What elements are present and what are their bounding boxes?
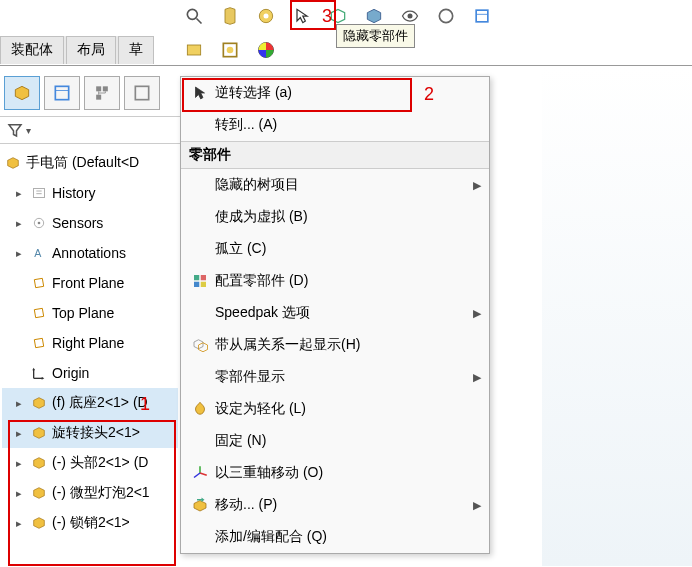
tab-layout[interactable]: 布局 [66, 36, 116, 64]
menu-hidden-tree-items[interactable]: 隐藏的树项目 ▶ [181, 169, 489, 201]
command-tabs: 装配体 布局 草 [0, 36, 154, 64]
section-view-button[interactable] [180, 36, 208, 64]
menu-set-lightweight[interactable]: 设定为轻化 (L) [181, 393, 489, 425]
zoom-to-fit-button[interactable] [180, 2, 208, 30]
svg-line-34 [200, 473, 207, 475]
menu-label: Speedpak 选项 [215, 304, 473, 322]
menu-label: 转到... (A) [215, 116, 481, 134]
manager-tabs [0, 72, 180, 116]
tree-label: (f) 底座2<1> (D [52, 394, 148, 412]
tab-assembly[interactable]: 装配体 [0, 36, 64, 64]
svg-point-0 [187, 9, 197, 19]
svg-point-4 [408, 14, 413, 19]
tree-annotations[interactable]: ▸ A Annotations [2, 238, 178, 268]
configuration-manager-tab[interactable] [84, 76, 120, 110]
menu-label: 使成为虚拟 (B) [215, 208, 481, 226]
menu-label: 配置零部件 (D) [215, 272, 481, 290]
menu-go-to[interactable]: 转到... (A) [181, 109, 489, 141]
tree-root-label: 手电筒 (Default<D [26, 154, 139, 172]
menu-fix[interactable]: 固定 (N) [181, 425, 489, 457]
menu-isolate[interactable]: 孤立 (C) [181, 233, 489, 265]
expander-icon: ▸ [16, 217, 26, 230]
view-settings-button[interactable] [216, 36, 244, 64]
tree-root-assembly[interactable]: 手电筒 (Default<D [2, 148, 178, 178]
svg-rect-31 [194, 282, 199, 287]
tree-part-base[interactable]: ▸ (f) 底座2<1> (D [2, 388, 178, 418]
menu-label: 设定为轻化 (L) [215, 400, 481, 418]
graphics-canvas[interactable] [542, 66, 692, 566]
tree-history[interactable]: ▸ History [2, 178, 178, 208]
svg-rect-21 [34, 188, 45, 197]
menu-show-with-dependents[interactable]: 带从属关系一起显示(H) [181, 329, 489, 361]
menu-label: 固定 (N) [215, 432, 481, 450]
part-icon [30, 394, 48, 412]
heads-up-toolbar-row2 [180, 36, 280, 64]
svg-rect-30 [201, 275, 206, 280]
menu-label: 隐藏的树项目 [215, 176, 473, 194]
tooltip-hide-component: 隐藏零部件 [336, 24, 415, 48]
svg-text:A: A [34, 247, 42, 259]
assembly-icon [4, 154, 22, 172]
svg-point-3 [264, 14, 269, 19]
top-toolbar-area: 装配体 布局 草 3 隐藏零部件 [0, 0, 692, 66]
submenu-arrow-icon: ▶ [473, 499, 481, 512]
tree-front-plane[interactable]: Front Plane [2, 268, 178, 298]
color-button[interactable] [252, 36, 280, 64]
property-manager-tab[interactable] [44, 76, 80, 110]
menu-component-display[interactable]: 零部件显示 ▶ [181, 361, 489, 393]
expander-icon: ▸ [16, 397, 26, 410]
tree-label: Top Plane [52, 305, 114, 321]
svg-rect-15 [103, 86, 108, 91]
zoom-area-button[interactable] [216, 2, 244, 30]
annotation-number-2: 2 [424, 84, 434, 105]
annotation-number-3: 3 [322, 6, 332, 27]
history-icon [30, 184, 48, 202]
tree-origin[interactable]: Origin [2, 358, 178, 388]
edit-appearance-button[interactable] [432, 2, 460, 30]
annotation-box-2 [182, 78, 412, 112]
tree-label: Origin [52, 365, 89, 381]
svg-point-10 [227, 47, 234, 54]
context-menu: 逆转选择 (a) 转到... (A) 零部件 隐藏的树项目 ▶ 使成为虚拟 (B… [180, 76, 490, 554]
tree-right-plane[interactable]: Right Plane [2, 328, 178, 358]
submenu-arrow-icon: ▶ [473, 371, 481, 384]
svg-rect-20 [135, 86, 148, 99]
menu-label: 零部件显示 [215, 368, 473, 386]
tree-sensors[interactable]: ▸ Sensors [2, 208, 178, 238]
menu-add-edit-mates[interactable]: 添加/编辑配合 (Q) [181, 521, 489, 553]
tree-label: Front Plane [52, 275, 124, 291]
plane-icon [30, 304, 48, 322]
annotations-icon: A [30, 244, 48, 262]
annotation-number-1: 1 [140, 394, 150, 415]
feature-manager-tab[interactable] [4, 76, 40, 110]
sensors-icon [30, 214, 48, 232]
svg-point-5 [439, 9, 452, 22]
menu-speedpak[interactable]: Speedpak 选项 ▶ [181, 297, 489, 329]
menu-label: 以三重轴移动 (O) [215, 464, 481, 482]
configure-icon [185, 272, 215, 290]
menu-configure-component[interactable]: 配置零部件 (D) [181, 265, 489, 297]
svg-rect-6 [476, 10, 488, 22]
tab-sketch[interactable]: 草 [118, 36, 154, 64]
apply-scene-button[interactable] [468, 2, 496, 30]
menu-move-with-triad[interactable]: 以三重轴移动 (O) [181, 457, 489, 489]
lightweight-icon [185, 400, 215, 418]
appearances-button[interactable] [252, 2, 280, 30]
plane-icon [30, 274, 48, 292]
expander-icon: ▸ [16, 187, 26, 200]
tree-label: Sensors [52, 215, 103, 231]
move-icon [185, 496, 215, 514]
tree-top-plane[interactable]: Top Plane [2, 298, 178, 328]
menu-move[interactable]: 移动... (P) ▶ [181, 489, 489, 521]
filter-row[interactable]: ▾ [0, 116, 180, 144]
triad-icon [185, 464, 215, 482]
menu-make-virtual[interactable]: 使成为虚拟 (B) [181, 201, 489, 233]
dependents-icon [185, 336, 215, 354]
menu-header-components: 零部件 [181, 141, 489, 169]
svg-line-35 [194, 473, 200, 478]
submenu-arrow-icon: ▶ [473, 307, 481, 320]
expander-icon: ▸ [16, 247, 26, 260]
menu-label: 孤立 (C) [215, 240, 481, 258]
tree-label: Annotations [52, 245, 126, 261]
dim-expert-tab[interactable] [124, 76, 160, 110]
